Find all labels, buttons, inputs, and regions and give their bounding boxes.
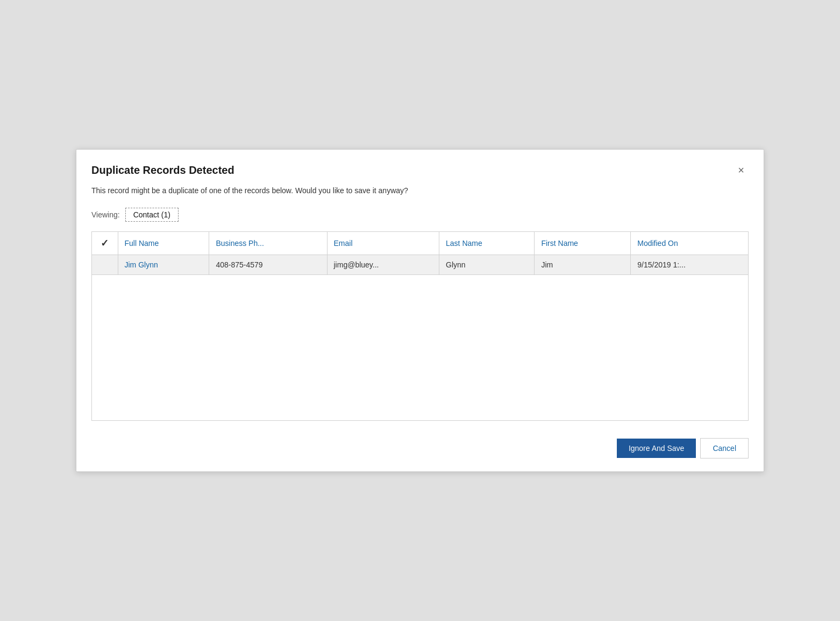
col-modified-on[interactable]: Modified On [631,232,748,255]
dialog-header: Duplicate Records Detected × [91,163,749,178]
col-first-name[interactable]: First Name [535,232,631,255]
dialog-footer: Ignore And Save Cancel [91,421,749,458]
viewing-label: Viewing: [91,210,120,219]
row-email: jimg@bluey... [327,255,439,275]
cancel-button[interactable]: Cancel [700,438,749,458]
row-check-cell [92,255,118,275]
row-modified-on: 9/15/2019 1:... [631,255,748,275]
viewing-row: Viewing: Contact (1) [91,208,749,222]
ignore-and-save-button[interactable]: Ignore And Save [617,439,696,458]
records-table: ✓ Full Name Business Ph... Email Last Na… [92,232,748,275]
row-full-name[interactable]: Jim Glynn [118,255,209,275]
col-check: ✓ [92,232,118,255]
records-table-container: ✓ Full Name Business Ph... Email Last Na… [91,231,749,421]
duplicate-records-dialog: Duplicate Records Detected × This record… [76,149,764,472]
table-header-row: ✓ Full Name Business Ph... Email Last Na… [92,232,748,255]
col-last-name[interactable]: Last Name [439,232,535,255]
dialog-subtitle: This record might be a duplicate of one … [91,186,749,195]
row-last-name: Glynn [439,255,535,275]
table-row[interactable]: Jim Glynn 408-875-4579 jimg@bluey... Gly… [92,255,748,275]
col-full-name[interactable]: Full Name [118,232,209,255]
dialog-title: Duplicate Records Detected [91,164,234,177]
col-email[interactable]: Email [327,232,439,255]
close-button[interactable]: × [734,163,749,178]
viewing-tab[interactable]: Contact (1) [125,208,179,222]
row-first-name: Jim [535,255,631,275]
row-business-phone: 408-875-4579 [209,255,327,275]
col-business-phone[interactable]: Business Ph... [209,232,327,255]
